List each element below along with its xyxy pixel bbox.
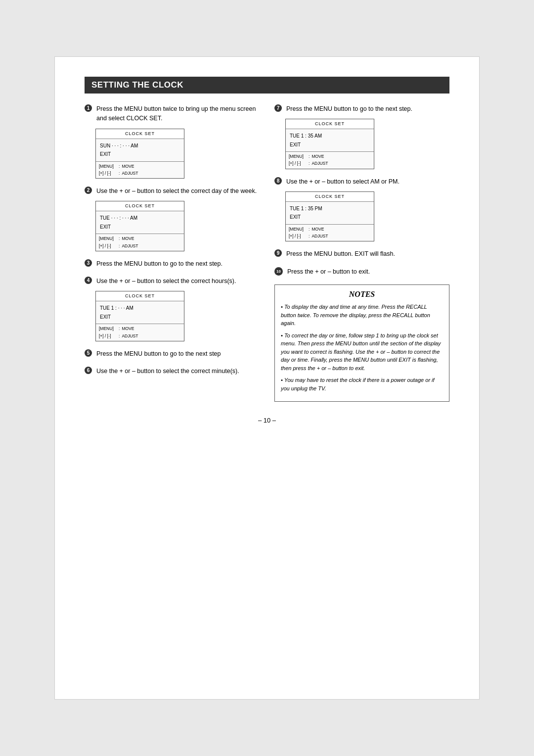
screen-8-title: CLOCK SET [286,192,374,202]
step-7-num: 7 [274,104,282,112]
step-4: 4 Use the + or – button to select the co… [85,277,260,341]
screen-2-footer-row1: [MENU] : MOVE [99,236,181,242]
screen-2-row2: EXIT [100,223,180,231]
screen-2-footer-label2: [+] / [-] [99,243,117,249]
screen-4-footer-row1: [MENU] : MOVE [99,326,181,332]
screen-4-footer-label1: [MENU] [99,326,117,332]
screen-2-row1: TUE · · · : · · · AM [100,214,180,222]
screen-4-main: TUE 1 : · · · AM EXIT [96,301,184,324]
step-10: 10 Press the + or – button to exit. [274,267,449,277]
step-7-text: Press the MENU button to go to the next … [286,104,449,114]
screen-8-footer-sep1: : [309,226,310,233]
content-columns: 1 Press the MENU button twice to bring u… [85,104,449,402]
screen-2-wrap: CLOCK SET TUE · · · : · · · AM EXIT [MEN… [95,201,260,251]
screen-1-footer-row1: [MENU] : MOVE [99,163,181,170]
page: SETTING THE CLOCK 1 Press the MENU butto… [54,56,480,700]
screen-4-row2: EXIT [100,313,180,321]
step-8: 8 Use the + or – button to select AM or … [274,177,449,242]
screen-8-wrap: CLOCK SET TUE 1 : 35 PM EXIT [MENU] : MO… [285,191,449,241]
notes-title: NOTES [281,290,443,299]
screen-2-footer-sep1: : [119,236,120,242]
screen-8-row2: EXIT [290,213,370,221]
step-7: 7 Press the MENU button to go to the nex… [274,104,449,169]
screen-1-row2: EXIT [100,150,180,158]
screen-8: CLOCK SET TUE 1 : 35 PM EXIT [MENU] : MO… [285,191,374,241]
screen-7-main: TUE 1 : 35 AM EXIT [286,129,374,151]
screen-7-footer-row1: [MENU] : MOVE [289,153,371,160]
screen-1-footer-val1: MOVE [122,163,134,170]
screen-8-main: TUE 1 : 35 PM EXIT [286,202,374,224]
screen-7-row2: EXIT [290,141,370,149]
section-title: SETTING THE CLOCK [85,77,449,94]
step-9-num: 9 [274,249,282,257]
step-9: 9 Press the MENU button. EXIT will flash… [274,249,449,259]
page-number: – 10 – [85,417,449,424]
screen-7-footer-row2: [+] / [-] : ADJUST [289,160,371,167]
notes-item-3: • You may have to reset the clock if the… [281,376,443,392]
notes-item-1: • To display the day and time at any tim… [281,303,443,328]
step-1-num: 1 [85,104,92,112]
screen-1-footer-row2: [+] / [-] : ADJUST [99,170,181,177]
screen-2: CLOCK SET TUE · · · : · · · AM EXIT [MEN… [95,201,184,251]
screen-4: CLOCK SET TUE 1 : · · · AM EXIT [MENU] :… [95,291,184,341]
screen-2-footer-sep2: : [119,243,120,249]
screen-8-footer-row2: [+] / [-] : ADJUST [289,233,371,239]
screen-8-footer-sep2: : [309,233,310,239]
screen-4-title: CLOCK SET [96,291,184,301]
screen-1-footer-label2: [+] / [-] [99,170,117,177]
screen-7-wrap: CLOCK SET TUE 1 : 35 AM EXIT [MENU] : MO… [285,119,449,169]
screen-7-footer-sep2: : [309,160,310,167]
screen-2-footer-val2: ADJUST [122,243,138,249]
screen-2-footer-val1: MOVE [122,236,134,242]
step-10-num: 10 [274,267,283,276]
screen-7-footer-val1: MOVE [312,153,324,160]
step-5: 5 Press the MENU button to go to the nex… [85,349,260,359]
left-column: 1 Press the MENU button twice to bring u… [85,104,260,402]
notes-item-2: • To correct the day or time, follow ste… [281,331,443,373]
screen-7-footer-val2: ADJUST [312,160,328,167]
step-6-text: Use the + or – button to select the corr… [96,367,260,376]
screen-7-title: CLOCK SET [286,119,374,129]
screen-2-footer: [MENU] : MOVE [+] / [-] : ADJUST [96,234,184,250]
screen-7-row1: TUE 1 : 35 AM [290,132,370,140]
screen-1-footer-sep2: : [119,170,120,177]
screen-4-wrap: CLOCK SET TUE 1 : · · · AM EXIT [MENU] :… [95,291,260,341]
screen-4-footer-row2: [+] / [-] : ADJUST [99,333,181,339]
step-9-text: Press the MENU button. EXIT will flash. [286,249,449,259]
screen-1-footer-val2: ADJUST [122,170,138,177]
screen-4-footer: [MENU] : MOVE [+] / [-] : ADJUST [96,324,184,340]
screen-7-footer-label2: [+] / [-] [289,160,307,167]
step-10-text: Press the + or – button to exit. [287,267,449,277]
screen-4-footer-val2: ADJUST [122,333,138,339]
screen-4-row1: TUE 1 : · · · AM [100,304,180,312]
screen-8-footer-row1: [MENU] : MOVE [289,226,371,233]
step-3-num: 3 [85,259,92,267]
screen-8-footer-label1: [MENU] [289,226,307,233]
screen-4-footer-label2: [+] / [-] [99,333,117,339]
screen-2-footer-row2: [+] / [-] : ADJUST [99,243,181,249]
step-2-num: 2 [85,187,92,194]
screen-2-footer-label1: [MENU] [99,236,117,242]
step-6-num: 6 [85,367,92,374]
screen-2-main: TUE · · · : · · · AM EXIT [96,211,184,234]
step-8-text: Use the + or – button to select AM or PM… [286,177,449,187]
step-3: 3 Press the MENU button to go to the nex… [85,259,260,269]
step-4-text: Use the + or – button to select the corr… [96,277,260,286]
screen-1-footer: [MENU] : MOVE [+] / [-] : ADJUST [96,161,184,178]
step-5-num: 5 [85,349,92,357]
screen-1-wrap: CLOCK SET SUN · · · : · · · AM EXIT [MEN… [95,129,260,179]
screen-1-footer-label1: [MENU] [99,163,117,170]
screen-7-footer-sep1: : [309,153,310,160]
screen-1-row1: SUN · · · : · · · AM [100,142,180,150]
screen-4-footer-sep1: : [119,326,120,332]
screen-7-footer-label1: [MENU] [289,153,307,160]
screen-2-title: CLOCK SET [96,201,184,211]
screen-1-title: CLOCK SET [96,129,184,139]
step-3-text: Press the MENU button to go to the next … [96,259,260,269]
step-2: 2 Use the + or – button to select the co… [85,187,260,251]
screen-7: CLOCK SET TUE 1 : 35 AM EXIT [MENU] : MO… [285,119,374,169]
screen-4-footer-val1: MOVE [122,326,134,332]
right-column: 7 Press the MENU button to go to the nex… [274,104,449,402]
screen-8-footer-val2: ADJUST [312,233,328,239]
screen-7-footer: [MENU] : MOVE [+] / [-] : ADJUST [286,151,374,168]
